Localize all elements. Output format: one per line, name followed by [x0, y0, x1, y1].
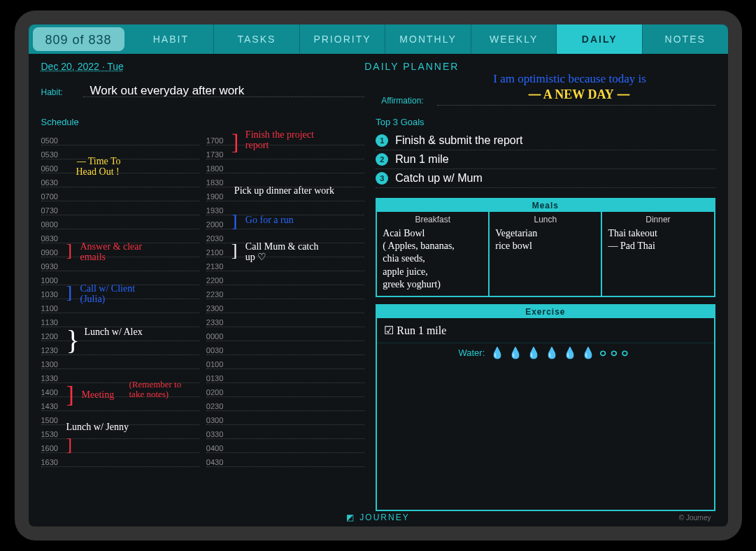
schedule-slot[interactable]: 2330	[206, 313, 364, 327]
schedule-slot[interactable]: 1930	[206, 201, 364, 215]
tab-daily[interactable]: DAILY	[557, 24, 643, 54]
schedule-slot[interactable]: 0830	[41, 229, 199, 243]
affirmation-line1[interactable]: I am optimistic because today is	[493, 72, 646, 86]
schedule-slot[interactable]: 0030	[206, 341, 364, 355]
schedule-slot[interactable]: 2230	[206, 285, 364, 299]
schedule-slot[interactable]: 2300	[206, 299, 364, 313]
goal-num-2: 2	[376, 153, 388, 166]
schedule-slot[interactable]: 0130	[206, 369, 364, 383]
schedule-slot[interactable]: 0800	[41, 215, 199, 229]
schedule-slot[interactable]: 1500	[41, 411, 199, 425]
goal-row[interactable]: 1 Finish & submit the report	[376, 131, 715, 150]
schedule-slot[interactable]: 1800	[206, 159, 364, 173]
schedule-slot[interactable]: 1300	[41, 355, 199, 369]
schedule-slot[interactable]: 2200	[206, 271, 364, 285]
schedule-slot[interactable]: 2100	[206, 243, 364, 257]
slot-time: 0930	[41, 262, 65, 271]
habit-text[interactable]: Work out everyday after work	[90, 84, 245, 98]
schedule-slot[interactable]: 0400	[206, 439, 364, 453]
schedule-slot[interactable]: 1130	[41, 313, 199, 327]
water-drop-icon[interactable]: 💧	[545, 347, 559, 359]
water-drop-icon[interactable]: 💧	[563, 347, 577, 359]
schedule-slot[interactable]: 0330	[206, 425, 364, 439]
tab-monthly[interactable]: MONTHLY	[385, 24, 471, 54]
slot-time: 1930	[206, 206, 230, 215]
water-drop-icon[interactable]: 💧	[508, 347, 522, 359]
schedule-slot[interactable]: 0600	[41, 159, 199, 173]
habit-label: Habit:	[41, 87, 83, 97]
schedule-slot[interactable]: 0700	[41, 187, 199, 201]
schedule-slot[interactable]: 0630	[41, 173, 199, 187]
meal-lunch[interactable]: Lunch Vegetarian rice bowl	[490, 212, 602, 296]
date-link[interactable]: Dec 20, 2022 · Tue	[41, 61, 365, 72]
schedule-slot[interactable]: 1200	[41, 327, 199, 341]
slot-time: 1630	[41, 458, 65, 466]
schedule-slot[interactable]: 2130	[206, 257, 364, 271]
schedule-slot[interactable]: 1030	[41, 285, 199, 299]
slot-time: 0630	[41, 178, 65, 187]
tab-tasks[interactable]: TASKS	[214, 24, 300, 54]
schedule-slot[interactable]: 0430	[206, 453, 364, 467]
meals-header: Meals	[377, 199, 713, 212]
schedule-slot[interactable]: 1430	[41, 397, 199, 411]
water-row: Water: 💧💧💧💧💧💧○○○	[377, 343, 713, 362]
schedule-slot[interactable]: 1730	[206, 145, 364, 159]
schedule-slot[interactable]: 1600	[41, 439, 199, 453]
meal-text-dinner: Thai takeout — Pad Thai	[608, 227, 708, 252]
meal-dinner[interactable]: Dinner Thai takeout — Pad Thai	[602, 212, 713, 296]
exercise-box: Exercise ☑ Run 1 mile Water: 💧💧💧💧💧💧○○○	[376, 304, 715, 511]
schedule-label: Schedule	[41, 117, 199, 127]
schedule-col-right[interactable]: . 17001730180018301900193020002030210021…	[206, 117, 364, 511]
water-drop-icon[interactable]: 💧	[490, 347, 504, 359]
tab-habit[interactable]: HABIT	[129, 24, 215, 54]
schedule-section: Schedule 0500053006000630070007300800083…	[41, 117, 365, 511]
schedule-slot[interactable]: 0500	[41, 131, 199, 145]
schedule-slot[interactable]: 1630	[41, 453, 199, 467]
schedule-slot[interactable]: 0730	[41, 201, 199, 215]
schedule-col-left[interactable]: Schedule 0500053006000630070007300800083…	[41, 117, 199, 511]
water-drop-icon[interactable]: ○	[622, 347, 629, 359]
slot-time: 0200	[206, 388, 230, 396]
slot-time: 1100	[41, 304, 65, 313]
schedule-slot[interactable]: 1830	[206, 173, 364, 187]
schedule-slot[interactable]: 1530	[41, 425, 199, 439]
schedule-slot[interactable]: 0100	[206, 355, 364, 369]
water-drop-icon[interactable]: ○	[611, 347, 618, 359]
schedule-slot[interactable]: 1900	[206, 187, 364, 201]
meal-breakfast[interactable]: Breakfast Acai Bowl ( Apples, bananas, c…	[377, 212, 490, 296]
schedule-slot[interactable]: 0530	[41, 145, 199, 159]
schedule-slot[interactable]: 1330	[41, 369, 199, 383]
schedule-slot[interactable]: 1700	[206, 131, 364, 145]
footer: ◩ JOURNEY © Journey	[41, 511, 715, 524]
slot-time: 2230	[206, 290, 230, 299]
schedule-slot[interactable]: 0900	[41, 243, 199, 257]
schedule-slot[interactable]: 2000	[206, 215, 364, 229]
tab-weekly[interactable]: WEEKLY	[471, 24, 557, 54]
brand-icon: ◩	[346, 513, 355, 522]
schedule-slot[interactable]: 2030	[206, 229, 364, 243]
exercise-body[interactable]: ☑ Run 1 mile	[377, 318, 713, 343]
slot-time: 0700	[41, 192, 65, 201]
slot-time: 0130	[206, 374, 230, 382]
water-drop-icon[interactable]: 💧	[581, 347, 595, 359]
schedule-slot[interactable]: 1100	[41, 299, 199, 313]
schedule-slot[interactable]: 1230	[41, 341, 199, 355]
tablet-frame: 809 of 838 HABIT TASKS PRIORITY MONTHLY …	[15, 10, 742, 541]
schedule-slot[interactable]: 0930	[41, 257, 199, 271]
schedule-slot[interactable]: 0000	[206, 327, 364, 341]
tab-notes[interactable]: NOTES	[643, 24, 728, 54]
schedule-slot[interactable]: 1000	[41, 271, 199, 285]
schedule-slot[interactable]: 0300	[206, 411, 364, 425]
schedule-slot[interactable]: 0230	[206, 397, 364, 411]
slot-time: 1130	[41, 318, 65, 327]
water-drop-icon[interactable]: ○	[599, 347, 606, 359]
tab-priority[interactable]: PRIORITY	[300, 24, 386, 54]
goal-num-1: 1	[376, 134, 388, 147]
goal-row[interactable]: 3 Catch up w/ Mum	[376, 169, 715, 188]
schedule-slot[interactable]: 0200	[206, 383, 364, 397]
water-drop-icon[interactable]: 💧	[527, 347, 541, 359]
affirmation-line2[interactable]: ⸻ A NEW DAY ⸻	[528, 87, 629, 102]
schedule-slot[interactable]: 1400	[41, 383, 199, 397]
slot-time: 0300	[206, 416, 230, 424]
goal-row[interactable]: 2 Run 1 mile	[376, 150, 715, 169]
